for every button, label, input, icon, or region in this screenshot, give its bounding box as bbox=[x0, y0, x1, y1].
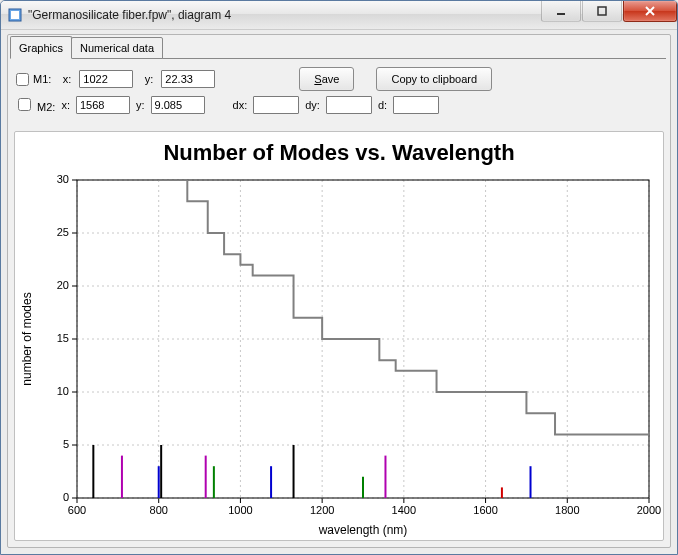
titlebar[interactable]: "Germanosilicate fiber.fpw", diagram 4 bbox=[1, 1, 677, 30]
svg-text:25: 25 bbox=[57, 226, 69, 238]
svg-text:15: 15 bbox=[57, 332, 69, 344]
svg-text:0: 0 bbox=[63, 491, 69, 503]
m2-checkbox-label[interactable]: M2: bbox=[14, 95, 55, 114]
m2-x-input[interactable] bbox=[76, 96, 130, 114]
m1-x-label: x: bbox=[57, 73, 73, 85]
svg-text:1200: 1200 bbox=[310, 504, 334, 516]
marker-row-2: M2: x: y: dx: dy: d: bbox=[8, 95, 670, 120]
m2-x-label: x: bbox=[61, 99, 70, 111]
svg-line-4 bbox=[646, 7, 654, 15]
d-input[interactable] bbox=[393, 96, 439, 114]
svg-text:30: 30 bbox=[57, 173, 69, 185]
m1-y-input[interactable] bbox=[161, 70, 215, 88]
dx-label: dx: bbox=[233, 99, 248, 111]
app-icon bbox=[7, 7, 23, 23]
m1-checkbox-label[interactable]: M1: bbox=[14, 73, 51, 86]
svg-rect-1 bbox=[11, 11, 19, 19]
m1-checkbox[interactable] bbox=[16, 73, 29, 86]
window-buttons bbox=[540, 1, 677, 29]
close-button[interactable] bbox=[623, 1, 677, 22]
tab-graphics[interactable]: Graphics bbox=[10, 36, 72, 59]
m2-label: M2: bbox=[37, 101, 55, 113]
svg-text:10: 10 bbox=[57, 385, 69, 397]
m2-y-input[interactable] bbox=[151, 96, 205, 114]
window-title: "Germanosilicate fiber.fpw", diagram 4 bbox=[28, 8, 540, 22]
copy-label: Copy to clipboard bbox=[391, 73, 477, 85]
m1-x-input[interactable] bbox=[79, 70, 133, 88]
dx-input[interactable] bbox=[253, 96, 299, 114]
m2-checkbox[interactable] bbox=[18, 98, 31, 111]
m1-y-label: y: bbox=[139, 73, 155, 85]
svg-line-5 bbox=[646, 7, 654, 15]
tab-strip: Graphics Numerical data bbox=[10, 37, 668, 59]
svg-text:2000: 2000 bbox=[637, 504, 661, 516]
svg-text:800: 800 bbox=[150, 504, 168, 516]
svg-text:5: 5 bbox=[63, 438, 69, 450]
svg-text:1600: 1600 bbox=[473, 504, 497, 516]
svg-rect-3 bbox=[598, 7, 606, 15]
save-button[interactable]: Save bbox=[299, 67, 354, 91]
svg-text:number of modes: number of modes bbox=[20, 292, 34, 385]
tab-label: Numerical data bbox=[80, 42, 154, 54]
svg-text:Number of Modes vs. Wavelength: Number of Modes vs. Wavelength bbox=[163, 140, 514, 165]
dy-input[interactable] bbox=[326, 96, 372, 114]
marker-row-1: M1: x: y: Save Copy to clipboard bbox=[8, 59, 670, 95]
svg-text:20: 20 bbox=[57, 279, 69, 291]
maximize-button[interactable] bbox=[582, 1, 622, 22]
minimize-button[interactable] bbox=[541, 1, 581, 22]
svg-text:1800: 1800 bbox=[555, 504, 579, 516]
m1-label: M1: bbox=[33, 73, 51, 85]
copy-to-clipboard-button[interactable]: Copy to clipboard bbox=[376, 67, 492, 91]
app-window: "Germanosilicate fiber.fpw", diagram 4 G… bbox=[0, 0, 678, 555]
d-label: d: bbox=[378, 99, 387, 111]
tab-numerical-data[interactable]: Numerical data bbox=[71, 37, 163, 59]
chart: Number of Modes vs. Wavelength6008001000… bbox=[14, 131, 664, 541]
tab-label: Graphics bbox=[19, 42, 63, 54]
dy-label: dy: bbox=[305, 99, 320, 111]
save-label: Save bbox=[314, 73, 339, 85]
svg-text:wavelength (nm): wavelength (nm) bbox=[318, 523, 408, 537]
svg-text:1000: 1000 bbox=[228, 504, 252, 516]
svg-text:1400: 1400 bbox=[392, 504, 416, 516]
chart-svg: Number of Modes vs. Wavelength6008001000… bbox=[15, 132, 663, 540]
client-area: Graphics Numerical data M1: x: y: Save C… bbox=[7, 34, 671, 548]
m2-y-label: y: bbox=[136, 99, 145, 111]
svg-text:600: 600 bbox=[68, 504, 86, 516]
